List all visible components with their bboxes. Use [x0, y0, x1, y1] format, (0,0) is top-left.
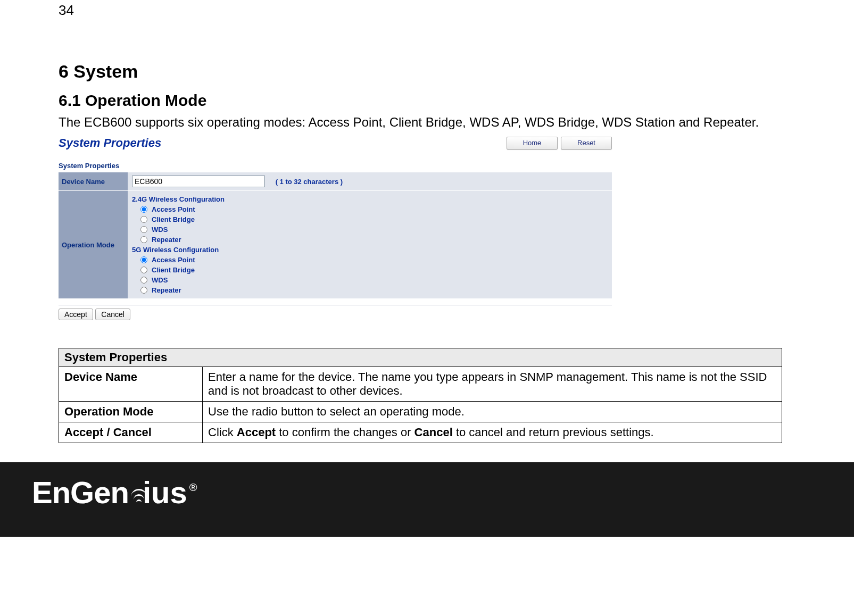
radio-label: WDS [152, 226, 168, 234]
intro-text: The ECB600 supports six operating modes:… [59, 115, 795, 130]
radio-24g-repeater[interactable] [140, 236, 147, 243]
panel-subhead: System Properties [59, 155, 612, 172]
divider [59, 304, 612, 305]
cancel-button[interactable]: Cancel [95, 309, 130, 320]
desc-key: Operation Mode [59, 402, 203, 422]
desc-table-header: System Properties [59, 348, 782, 367]
radio-label: WDS [152, 276, 168, 284]
radio-5g-repeater[interactable] [140, 287, 147, 294]
device-name-note: ( 1 to 32 characters ) [267, 178, 343, 186]
subsection-heading: 6.1 Operation Mode [59, 91, 795, 110]
radio-5g-client-bridge[interactable] [140, 267, 147, 273]
desc-val: Use the radio button to select an operat… [203, 402, 782, 422]
radio-24g-access-point[interactable] [140, 206, 147, 213]
cfg-24g-label: 2.4G Wireless Configuration [132, 194, 608, 204]
radio-24g-client-bridge[interactable] [140, 216, 147, 223]
desc-key: Device Name [59, 367, 203, 402]
desc-val: Click Accept to confirm the changes or C… [203, 422, 782, 443]
device-name-input[interactable] [132, 176, 265, 187]
radio-label: Repeater [152, 236, 181, 244]
home-button[interactable]: Home [507, 137, 558, 149]
description-table: System Properties Device Name Enter a na… [59, 348, 782, 443]
radio-label: Client Bridge [152, 266, 195, 274]
system-properties-panel: System Properties Home Reset System Prop… [59, 134, 612, 320]
page-number: 34 [59, 0, 795, 19]
radio-label: Client Bridge [152, 215, 195, 223]
reset-button[interactable]: Reset [561, 137, 612, 149]
radio-5g-access-point[interactable] [140, 256, 147, 263]
section-heading: 6 System [59, 61, 795, 82]
page-footer: EnGen ius ® [0, 462, 854, 537]
operation-mode-label: Operation Mode [59, 191, 128, 299]
radio-label: Access Point [152, 205, 195, 213]
brand-logo: EnGen ius ® [32, 477, 822, 508]
properties-table: Device Name ( 1 to 32 characters ) Opera… [59, 172, 612, 299]
accept-button[interactable]: Accept [59, 309, 93, 320]
radio-24g-wds[interactable] [140, 226, 147, 233]
wifi-icon [130, 491, 148, 505]
radio-5g-wds[interactable] [140, 277, 147, 284]
radio-label: Access Point [152, 256, 195, 264]
desc-key: Accept / Cancel [59, 422, 203, 443]
registered-mark: ® [189, 481, 197, 494]
radio-label: Repeater [152, 286, 181, 294]
panel-title: System Properties [59, 134, 161, 152]
device-name-label: Device Name [59, 172, 128, 191]
cfg-5g-label: 5G Wireless Configuration [132, 245, 608, 255]
desc-val: Enter a name for the device. The name yo… [203, 367, 782, 402]
